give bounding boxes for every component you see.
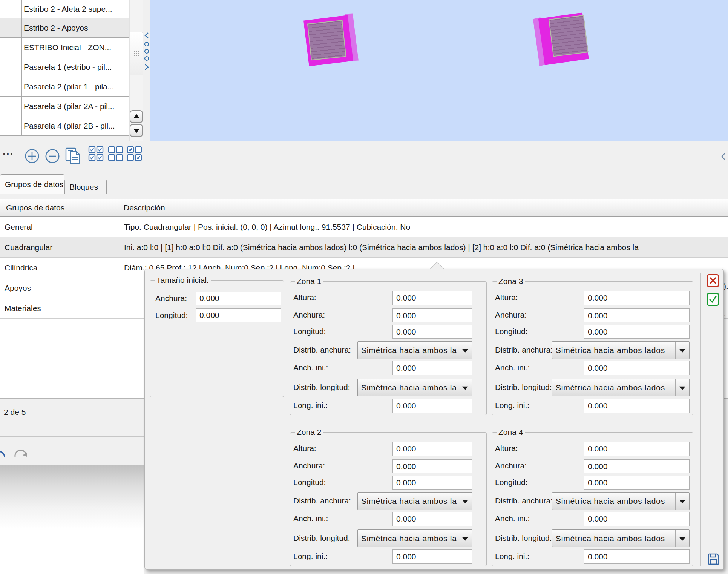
chevron-down-icon (675, 493, 689, 510)
zona3-longitud[interactable]: 0.000 (584, 325, 690, 339)
zona1-anchura[interactable]: 0.000 (392, 308, 472, 322)
zona4-distrib-longitud[interactable]: Simétrica hacia ambos lados (552, 529, 690, 547)
checkmark-icon (708, 294, 718, 305)
list-item[interactable]: Pasarela 1 (estribo - pil... (0, 57, 129, 77)
redo-icon[interactable] (14, 446, 31, 459)
viewport-3d[interactable] (150, 0, 728, 141)
zona4-distrib-anchura[interactable]: Simétrica hacia ambos lados (552, 492, 690, 510)
list-item[interactable]: Pasarela 2 (pilar 1 - pila... (0, 77, 129, 97)
zona4-anch-ini[interactable]: 0.000 (584, 512, 690, 526)
scrollbar-thumb[interactable] (130, 32, 143, 75)
undo-icon[interactable] (0, 446, 7, 459)
zona2-distrib-longitud[interactable]: Simétrica hacia ambos lados (357, 529, 472, 547)
add-icon[interactable] (25, 149, 40, 164)
lower-view-panel (0, 465, 144, 574)
chevron-down-icon (458, 379, 472, 396)
support-block-2[interactable] (532, 10, 590, 69)
more-options-button[interactable]: ... (3, 145, 14, 157)
input-longitud-inicial[interactable]: 0.000 (196, 308, 281, 322)
zona4-altura[interactable]: 0.000 (584, 442, 690, 456)
zona1-altura[interactable]: 0.000 (392, 291, 472, 305)
list-item[interactable]: ESTRIBO Inicial - ZON... (0, 38, 129, 57)
scroll-down-button[interactable] (130, 124, 143, 137)
zona3-distrib-longitud[interactable]: Simétrica hacia ambos lados (552, 379, 690, 396)
input-anchura-inicial[interactable]: 0.000 (196, 292, 281, 305)
triangle-down-icon (133, 129, 139, 133)
splitter-handle-icon (144, 32, 150, 74)
zona1-distrib-anchura[interactable]: Simétrica hacia ambos lados (357, 341, 472, 359)
zona2-anchura[interactable]: 0.000 (392, 459, 472, 473)
zona2-distrib-anchura[interactable]: Simétrica hacia ambos lados (357, 492, 472, 510)
zona1-anch-ini[interactable]: 0.000 (392, 361, 472, 375)
list-item[interactable]: Estribo 2 - Aleta 2 supe... (0, 0, 129, 18)
invert-selection-icon[interactable] (127, 146, 143, 162)
zona3-anchura[interactable]: 0.000 (584, 308, 690, 322)
selection-count: 2 de 5 (4, 408, 26, 417)
divider (0, 169, 728, 169)
zona3-altura[interactable]: 0.000 (584, 291, 690, 305)
zona1-long-ini[interactable]: 0.000 (392, 399, 472, 413)
list-item-selected[interactable]: Estribo 2 - Apoyos (0, 18, 129, 38)
dialog-divider (700, 273, 701, 566)
list-column-divider (21, 0, 22, 136)
table-header: Grupos de datos Descripción (0, 199, 728, 217)
column-header-grupos[interactable]: Grupos de datos (0, 199, 118, 217)
chevron-down-icon (675, 379, 689, 396)
save-button[interactable] (707, 553, 720, 565)
tab-bloques[interactable]: Bloques (64, 180, 107, 194)
chevron-down-icon (675, 530, 689, 547)
zona3-long-ini[interactable]: 0.000 (584, 399, 690, 413)
support-block-1[interactable] (303, 12, 360, 69)
edit-dialog: Tamaño inicial: Anchura: 0.000 Longitud:… (144, 269, 724, 570)
list-item[interactable]: Pasarela 3 (pilar 2A - pil... (0, 97, 129, 116)
triangle-up-icon (133, 114, 139, 118)
list-item[interactable]: Pasarela 4 (pilar 2B - pil... (0, 116, 129, 136)
zona2-anch-ini[interactable]: 0.000 (392, 512, 472, 526)
zona2-long-ini[interactable]: 0.000 (392, 549, 472, 564)
table-row-cuadrangular[interactable]: Cuadrangular Ini. a:0 l:0 | [1] h:0 a:0 … (0, 237, 728, 258)
chevron-down-icon (458, 342, 472, 359)
tab-grupos-de-datos[interactable]: Grupos de datos (0, 174, 64, 194)
zona4-longitud[interactable]: 0.000 (584, 476, 690, 490)
accept-button[interactable] (707, 293, 719, 306)
zona4-anchura[interactable]: 0.000 (584, 459, 690, 473)
zona1-longitud[interactable]: 0.000 (392, 325, 472, 339)
scroll-up-button[interactable] (130, 110, 143, 123)
zona3-distrib-anchura[interactable]: Simétrica hacia ambos lados (552, 341, 690, 359)
table-row-general[interactable]: General Tipo: Cuadrangular | Pos. inicia… (0, 217, 728, 237)
zona2-longitud[interactable]: 0.000 (392, 476, 472, 490)
chevron-down-icon (458, 530, 472, 547)
cancel-button[interactable] (707, 274, 719, 287)
panel-splitter[interactable] (144, 0, 150, 141)
zona2-altura[interactable]: 0.000 (392, 442, 472, 456)
uncheck-all-icon[interactable] (108, 146, 124, 162)
element-list: Estribo 2 - Aleta 2 supe... Estribo 2 - … (0, 0, 129, 136)
column-header-descripcion[interactable]: Descripción (118, 199, 728, 217)
list-toolbar: ... (0, 141, 150, 169)
zona3-anch-ini[interactable]: 0.000 (584, 361, 690, 375)
remove-icon[interactable] (45, 149, 60, 164)
copy-icon[interactable] (65, 147, 82, 165)
status-bar: 2 de 5 (0, 399, 144, 465)
table-column-divider (118, 217, 118, 399)
clipped-text-fragment: ). (723, 282, 728, 291)
check-all-icon[interactable] (88, 146, 104, 162)
zona4-long-ini[interactable]: 0.000 (584, 549, 690, 564)
collapse-right-icon[interactable] (720, 152, 727, 161)
chevron-down-icon (458, 493, 472, 510)
x-cross-icon (708, 275, 718, 286)
zona1-distrib-longitud[interactable]: Simétrica hacia ambos lados (357, 379, 472, 396)
chevron-down-icon (675, 342, 689, 359)
